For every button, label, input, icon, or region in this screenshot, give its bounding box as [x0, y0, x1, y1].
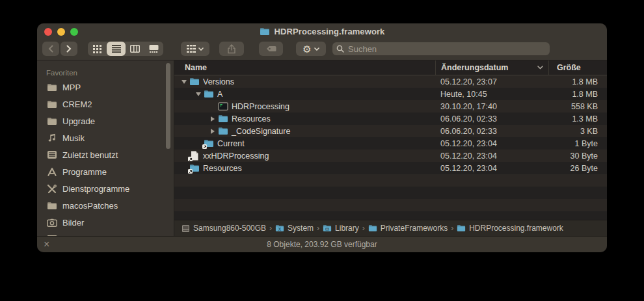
sidebar-item-bilder[interactable]: Bilder	[37, 214, 174, 231]
sidebar-item-crem2[interactable]: CREM2	[37, 96, 174, 112]
chevron-down-icon	[314, 47, 319, 51]
folder-icon	[203, 89, 214, 99]
column-header-name[interactable]: Name	[174, 60, 435, 75]
table-row[interactable]: _CodeSignature06.06.20, 02:333 KB	[174, 125, 607, 137]
file-size: 558 KB	[548, 102, 607, 111]
table-row[interactable]: Versions05.12.20, 23:071.8 MB	[174, 75, 607, 88]
back-button[interactable]	[42, 42, 59, 56]
music-icon	[46, 133, 57, 144]
status-text: 8 Objekte, 203.92 GB verfügbar	[267, 240, 377, 249]
breadcrumb-samsung860-500gb[interactable]: Samsung860-500GB	[181, 224, 266, 233]
breadcrumb-system[interactable]: XSystem	[275, 224, 314, 233]
table-row[interactable]: Current05.12.20, 23:041 Byte	[174, 137, 607, 150]
folder-icon	[46, 200, 57, 211]
table-row[interactable]: AHeute, 10:451.8 MB	[174, 88, 607, 100]
window-title: HDRProcessing.framework	[275, 27, 385, 36]
sidebar-item-programme[interactable]: Programme	[37, 163, 174, 180]
table-row[interactable]: Resources05.12.20, 23:0426 Byte	[174, 162, 607, 174]
table-row[interactable]: Resources06.06.20, 02:331.3 MB	[174, 112, 607, 125]
file-name: _CodeSignature	[232, 127, 290, 136]
column-header-date[interactable]: Änderungsdatum	[435, 60, 548, 75]
disclosure-right-icon[interactable]	[208, 116, 217, 122]
disclosure-down-icon[interactable]	[180, 80, 189, 84]
file-name: Resources	[203, 164, 242, 173]
toolbar: ⚙	[37, 40, 607, 60]
breadcrumb-hdrprocessing-framework[interactable]: HDRProcessing.framework	[457, 224, 563, 233]
folder-icon	[46, 116, 57, 127]
sidebar-item-musik[interactable]: Musik	[37, 129, 174, 146]
sidebar-item-filme[interactable]: Filme	[37, 231, 174, 236]
traffic-lights	[44, 23, 78, 40]
alias-arrow-icon	[188, 157, 193, 161]
sidebar-scrollbar[interactable]	[166, 63, 170, 149]
breadcrumb-label: HDRProcessing.framework	[469, 224, 563, 233]
tag-button[interactable]	[259, 42, 283, 56]
list-header: Name Änderungsdatum Größe	[174, 60, 607, 75]
status-bar: × 8 Objekte, 203.92 GB verfügbar	[37, 236, 607, 252]
folder-icon	[217, 126, 228, 136]
close-window-icon[interactable]	[44, 28, 52, 36]
folder-icon	[217, 114, 228, 124]
file-size: 1.8 MB	[548, 77, 607, 86]
search-input[interactable]	[347, 44, 546, 55]
list-view-button[interactable]	[107, 42, 126, 56]
sidebar-item-dienstprogramme[interactable]: Dienstprogramme	[37, 180, 174, 197]
chevron-right-icon	[66, 45, 72, 53]
file-size: 1.8 MB	[548, 90, 607, 99]
sort-chevron-down-icon	[537, 66, 543, 70]
finder-window: HDRProcessing.framework ⚙	[37, 23, 607, 252]
sidebar-item-label: Musik	[62, 133, 85, 143]
file-date: 06.06.20, 02:33	[435, 127, 548, 136]
folder-icon	[260, 27, 271, 36]
search-field[interactable]	[332, 42, 550, 55]
title-bar[interactable]: HDRProcessing.framework	[37, 23, 607, 40]
breadcrumb-label: PrivateFrameworks	[381, 224, 448, 233]
close-x-icon[interactable]: ×	[44, 237, 49, 252]
group-button[interactable]	[181, 42, 209, 56]
table-row[interactable]: xxHDRProcessing05.12.20, 23:0430 Byte	[174, 150, 607, 162]
sidebar-item-zuletzt-benutzt[interactable]: Zuletzt benutzt	[37, 146, 174, 163]
column-view-icon	[130, 45, 140, 53]
file-name: Current	[217, 139, 245, 148]
sidebar-section-favorites: Favoriten	[46, 67, 174, 79]
file-date: 05.12.20, 23:04	[435, 139, 548, 148]
sidebar-item-label: Zuletzt benutzt	[62, 150, 118, 160]
disclosure-down-icon[interactable]	[194, 92, 203, 96]
sidebar: Favoriten MPPCREM2UpgradeMusikZuletzt be…	[37, 60, 174, 236]
path-separator: ›	[269, 224, 272, 233]
file-name: Versions	[203, 77, 234, 86]
file-date: 30.10.20, 17:40	[435, 102, 548, 111]
forward-button[interactable]	[60, 42, 77, 56]
gallery-view-button[interactable]	[144, 42, 163, 56]
minimize-window-icon[interactable]	[57, 28, 65, 36]
sidebar-item-label: CREM2	[62, 99, 92, 109]
breadcrumb-library[interactable]: Library	[323, 224, 359, 233]
path-separator: ›	[317, 224, 319, 233]
file-name: A	[217, 90, 222, 99]
folder-icon	[457, 224, 466, 233]
share-button[interactable]	[219, 42, 244, 56]
view-switcher	[88, 42, 163, 56]
applications-icon	[46, 166, 57, 177]
folder-alias-icon	[189, 163, 200, 173]
icon-view-button[interactable]	[88, 42, 107, 56]
sidebar-item-label: Bilder	[62, 218, 84, 228]
search-icon	[336, 45, 344, 53]
breadcrumb-label: Samsung860-500GB	[193, 224, 266, 233]
breadcrumb-privateframeworks[interactable]: PrivateFrameworks	[368, 224, 448, 233]
sidebar-item-macospatches[interactable]: macosPatches	[37, 197, 174, 214]
action-button[interactable]: ⚙	[296, 42, 326, 56]
file-name: Resources	[232, 114, 271, 124]
folder-icon	[46, 82, 57, 93]
disclosure-right-icon[interactable]	[208, 129, 217, 134]
column-view-button[interactable]	[126, 42, 144, 56]
drive-icon	[181, 224, 190, 233]
sidebar-item-mpp[interactable]: MPP	[37, 79, 174, 96]
column-header-size[interactable]: Größe	[548, 60, 607, 75]
zoom-window-icon[interactable]	[70, 28, 78, 36]
sidebar-item-upgrade[interactable]: Upgrade	[37, 112, 174, 129]
table-row[interactable]: HDRProcessing30.10.20, 17:40558 KB	[174, 100, 607, 112]
breadcrumb-label: Library	[335, 224, 359, 233]
system-folder-icon: X	[275, 224, 284, 233]
gallery-view-icon	[149, 45, 159, 53]
